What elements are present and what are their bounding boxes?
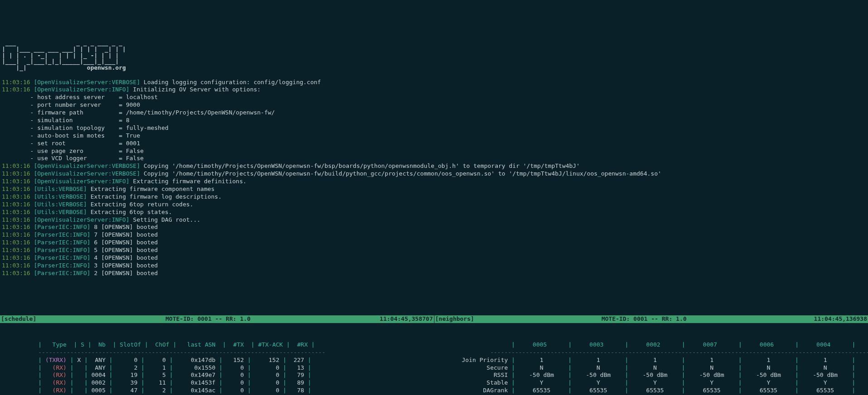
neighbors-mote-id: MOTE-ID: 0001 -- RR: 1.0 [474, 315, 814, 323]
schedule-title: [schedule] [1, 315, 36, 323]
panes-container: [schedule] MOTE-ID: 0001 -- RR: 1.0 11:0… [0, 300, 868, 395]
schedule-row: | (RX) | | 0004 | 19 | 5 | 0x149e7 | 0 |… [3, 371, 434, 379]
neighbors-row: DAGrank | 65535 | 65535 | 65535 | 65535 … [437, 387, 868, 395]
log-lines: 11:03:16 [OpenVisualizerServer:VERBOSE] … [2, 79, 866, 277]
neighbors-row: RSSI | -50 dBm | -50 dBm | -50 dBm | -50… [437, 371, 868, 379]
neighbors-row: Secure | N | N | N | N | N | N | N | [437, 364, 868, 372]
neighbors-body: | 0005 | 0003 | 0002 | 0007 | 0006 | 000… [434, 338, 868, 395]
neighbors-title: [neighbors] [435, 315, 474, 323]
log-output: ___ _ _ _ ___ _ _ | |___ ___ ___ ___| | … [0, 31, 868, 285]
neighbors-header: [neighbors] MOTE-ID: 0001 -- RR: 1.0 11:… [434, 315, 868, 323]
schedule-timestamp: 11:04:45,358707 [380, 315, 433, 323]
neighbors-row: Join Priority | 1 | 1 | 1 | 1 | 1 | 1 | … [437, 357, 868, 364]
schedule-row: | (RX) | | ANY | 2 | 1 | 0x1550 | 0 | 0 … [3, 364, 434, 372]
schedule-row: | (RX) | | 0002 | 39 | 11 | 0x1453f | 0 … [3, 379, 434, 387]
schedule-header: [schedule] MOTE-ID: 0001 -- RR: 1.0 11:0… [0, 315, 434, 323]
ascii-logo: ___ _ _ _ ___ _ _ | |___ ___ ___ ___| | … [2, 40, 866, 71]
neighbors-pane: [neighbors] MOTE-ID: 0001 -- RR: 1.0 11:… [434, 300, 868, 395]
schedule-row: | (RX) | | 0005 | 47 | 2 | 0x145ac | 0 |… [3, 387, 434, 395]
schedule-body: | Type | S | Nb | SlotOf | ChOf | last A… [0, 338, 434, 395]
neighbors-row: Stable | Y | Y | Y | Y | Y | Y | Y | [437, 379, 868, 387]
schedule-pane: [schedule] MOTE-ID: 0001 -- RR: 1.0 11:0… [0, 300, 434, 395]
neighbors-timestamp: 11:04:45,136938 [814, 315, 867, 323]
schedule-mote-id: MOTE-ID: 0001 -- RR: 1.0 [36, 315, 380, 323]
schedule-row: | (TXRX) | X | ANY | 0 | 0 | 0x147db | 1… [3, 357, 434, 364]
